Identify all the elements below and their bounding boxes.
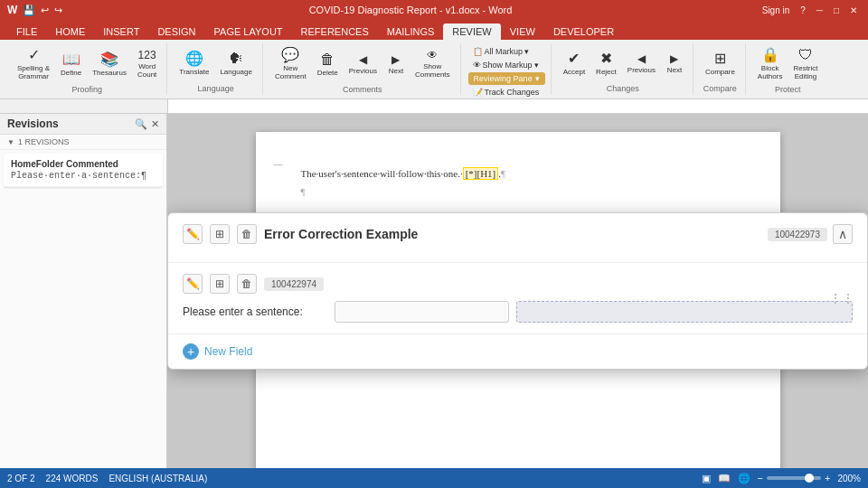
tab-references[interactable]: REFERENCES	[292, 23, 378, 40]
protect-group-label: Protect	[775, 83, 801, 94]
prev-change-label: Previous	[627, 66, 656, 74]
word-count-status: 224 WORDS	[46, 474, 99, 483]
doc-area: — The·user's·sentence·will·follow·this·o…	[167, 114, 868, 468]
translate-label: Translate	[179, 68, 209, 76]
tab-design[interactable]: DESIGN	[148, 23, 204, 40]
section-1-delete-btn[interactable]: 🗑	[237, 224, 257, 244]
tab-page-layout[interactable]: PAGE LAYOUT	[205, 23, 292, 40]
show-markup-btn[interactable]: 👁 Show Markup ▾	[468, 59, 543, 71]
view-normal-btn[interactable]: ▣	[702, 473, 711, 484]
ribbon-group-tracking: 📋 All Markup ▾ 👁 Show Markup ▾ Reviewing…	[463, 43, 552, 95]
quick-access-redo[interactable]: ↪	[54, 5, 62, 16]
restrict-editing-label: RestrictEditing	[793, 64, 817, 80]
restore-btn[interactable]: □	[830, 5, 843, 15]
section-1-edit-btn[interactable]: ✏️	[183, 224, 203, 244]
status-bar: 2 OF 2 224 WORDS ENGLISH (AUSTRALIA) ▣ 📖…	[0, 468, 868, 488]
thesaurus-btn[interactable]: 📚 Thesaurus	[88, 50, 131, 80]
language-btn[interactable]: 🗣 Language	[215, 49, 257, 79]
zoom-percent: 200%	[837, 474, 861, 483]
title-bar-left: W 💾 ↩ ↪	[7, 4, 62, 16]
block-authors-btn[interactable]: 🔒 BlockAuthors	[753, 45, 788, 83]
zoom-slider[interactable]	[767, 476, 821, 480]
tab-file[interactable]: FILE	[7, 23, 46, 40]
show-comments-btn[interactable]: 👁 ShowComments	[410, 47, 455, 81]
zoom-in-btn[interactable]: +	[825, 473, 830, 483]
restrict-editing-btn[interactable]: 🛡 RestrictEditing	[788, 45, 822, 83]
revisions-header: Revisions 🔍 ✕	[0, 114, 166, 135]
tab-home[interactable]: HOME	[46, 23, 94, 40]
add-field-row[interactable]: + New Field	[168, 334, 867, 369]
tab-mailings[interactable]: MAILINGS	[378, 23, 444, 40]
section-1-grid-btn[interactable]: ⊞	[210, 224, 230, 244]
previous-comment-btn[interactable]: ◀ Previous	[344, 52, 382, 78]
title-bar: W 💾 ↩ ↪ COVID-19 Diagnostic Report - v1.…	[0, 0, 868, 20]
language-status: ENGLISH (AUSTRALIA)	[108, 474, 207, 483]
field-input-1[interactable]	[335, 301, 509, 323]
section-2-delete-btn[interactable]: 🗑	[237, 274, 257, 294]
all-markup-chevron: ▾	[524, 47, 529, 56]
modal: ✏️ ⊞ 🗑 Error Correction Example 10042297…	[167, 212, 868, 370]
next-comment-btn[interactable]: ▶ Next	[383, 52, 409, 78]
field-input-wide-1[interactable]	[516, 301, 853, 323]
spelling-grammar-btn[interactable]: ✓ Spelling &Grammar	[13, 45, 54, 83]
quick-access-save[interactable]: 💾	[23, 5, 35, 16]
revisions-search-icon[interactable]: 🔍	[135, 118, 147, 130]
main-area: Revisions 🔍 ✕ ▼ 1 REVISIONS HomeFolder C…	[0, 114, 868, 468]
delete-comment-btn[interactable]: 🗑 Delete	[313, 50, 343, 80]
reject-btn[interactable]: ✖ Reject	[591, 49, 621, 79]
next-icon: ▶	[392, 54, 400, 65]
view-web-btn[interactable]: 🌐	[738, 473, 750, 484]
all-markup-btn[interactable]: 📋 All Markup ▾	[468, 45, 534, 58]
tab-insert[interactable]: INSERT	[94, 23, 148, 40]
modal-section-2: ✏️ ⊞ 🗑 100422974 Please enter a sentence…	[168, 263, 867, 334]
new-comment-btn[interactable]: 💬 NewComment	[270, 45, 311, 83]
quick-access-undo[interactable]: ↩	[41, 5, 49, 16]
revisions-close-btn[interactable]: ✕	[151, 118, 159, 130]
accept-label: Accept	[563, 68, 585, 76]
translate-btn[interactable]: 🌐 Translate	[175, 49, 213, 79]
comments-group-label: Comments	[343, 83, 382, 94]
section-2-edit-btn[interactable]: ✏️	[183, 274, 203, 294]
tab-view[interactable]: VIEW	[501, 23, 544, 40]
delete-icon: 🗑	[320, 52, 335, 67]
prev-change-btn[interactable]: ◀ Previous	[623, 51, 660, 77]
tab-developer[interactable]: DEVELOPER	[544, 23, 623, 40]
compare-group-label: Compare	[703, 82, 737, 93]
word-count-btn[interactable]: 123 WordCount	[133, 47, 161, 81]
accept-btn[interactable]: ✔ Accept	[559, 49, 590, 79]
drag-handle[interactable]: ⋮⋮	[829, 291, 854, 305]
minimize-btn[interactable]: ─	[813, 5, 826, 15]
define-icon: 📖	[62, 52, 80, 67]
sign-in-label[interactable]: Sign in	[759, 5, 794, 15]
view-reading-btn[interactable]: 📖	[718, 473, 731, 484]
revision-item[interactable]: HomeFolder Commented Please·enter·a·sent…	[4, 154, 163, 187]
next-change-btn[interactable]: ▶ Next	[662, 51, 687, 77]
help-btn[interactable]: ?	[797, 5, 809, 15]
block-authors-label: BlockAuthors	[758, 64, 783, 80]
reviewing-pane-dropdown[interactable]: Reviewing Pane ▾	[468, 72, 545, 85]
section-1-collapse-btn[interactable]: ∧	[833, 224, 853, 244]
ruler-marks	[167, 99, 868, 113]
all-markup-icon: 📋	[473, 47, 483, 56]
zoom-out-btn[interactable]: −	[758, 473, 763, 483]
close-btn[interactable]: ✕	[846, 5, 861, 15]
proofing-group-label: Proofing	[71, 83, 102, 94]
page-status: 2 OF 2	[7, 474, 35, 483]
word-count-icon: 123	[138, 50, 156, 61]
add-field-label: New Field	[204, 345, 252, 358]
word-logo: W	[7, 4, 17, 16]
ribbon-group-language: 🌐 Translate 🗣 Language Language	[169, 43, 263, 95]
track-changes-btn[interactable]: 📝 Track Changes	[468, 86, 544, 99]
spelling-label: Spelling &Grammar	[17, 64, 50, 80]
revisions-count-label: 1 REVISIONS	[18, 137, 70, 146]
define-btn[interactable]: 📖 Define	[56, 50, 86, 80]
section-2-grid-btn[interactable]: ⊞	[210, 274, 230, 294]
ribbon-bar: ✓ Spelling &Grammar 📖 Define 📚 Thesaurus…	[0, 40, 868, 99]
revisions-count: ▼ 1 REVISIONS	[0, 135, 166, 150]
ruler	[0, 99, 868, 114]
revisions-title: Revisions	[7, 117, 59, 130]
tab-review[interactable]: REVIEW	[443, 23, 500, 40]
show-comments-icon: 👁	[427, 50, 438, 61]
protect-items: 🔒 BlockAuthors 🛡 RestrictEditing	[753, 45, 823, 83]
compare-btn[interactable]: ⊞ Compare	[701, 49, 740, 79]
